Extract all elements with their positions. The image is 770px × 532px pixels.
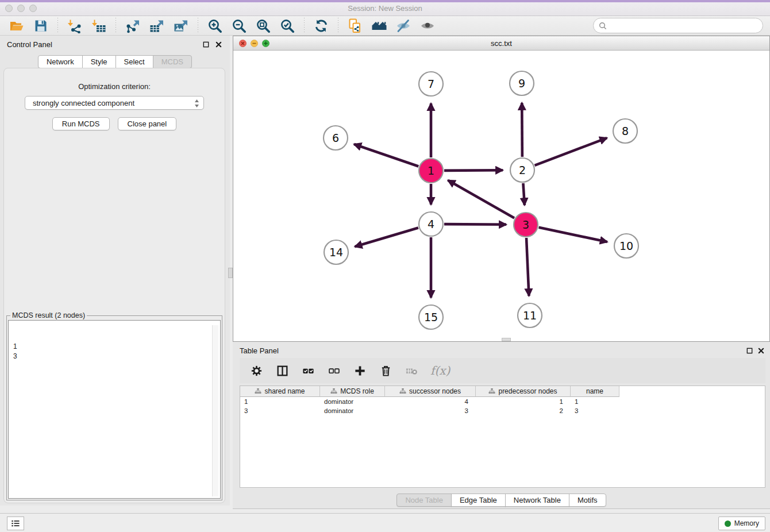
table-row[interactable]: 3dominator323 [240,406,765,415]
float-table-panel-icon[interactable] [745,346,754,355]
search-input[interactable] [607,21,763,30]
edge-1-2[interactable] [444,170,503,171]
close-table-panel-icon[interactable] [757,346,765,355]
delete-column-icon[interactable] [379,364,392,377]
table-header-filler [619,386,765,397]
cell-name[interactable]: 3 [571,406,619,415]
node-14[interactable]: 14 [324,240,348,264]
column-header-MCDS-role[interactable]: MCDS role [320,386,385,397]
node-1[interactable]: 1 [419,159,443,183]
cell-MCDS-role[interactable]: dominator [320,406,385,415]
node-3[interactable]: 3 [514,213,538,237]
node-15[interactable]: 15 [419,305,443,329]
network-view-window: scc.txt 1234678910111415 [233,36,770,342]
table-tab-edge-table[interactable]: Edge Table [451,494,506,507]
column-header-successor-nodes[interactable]: successor nodes [385,386,476,397]
edge-2-3[interactable] [523,183,524,205]
mcds-result-node: 3 [13,352,220,361]
node-9[interactable]: 9 [510,71,534,95]
edge-3-1[interactable] [448,180,514,218]
show-all-icon[interactable] [419,17,436,34]
criterion-select[interactable]: strongly connected component [25,96,204,110]
node-11[interactable]: 11 [518,303,542,327]
node-8[interactable]: 8 [613,119,637,143]
close-panel-button[interactable]: Close panel [118,117,177,130]
network-title: scc.txt [233,39,769,48]
function-builder-icon[interactable]: f(x) [430,364,450,377]
select-all-columns-icon[interactable] [301,364,315,377]
save-session-icon[interactable] [32,17,49,34]
refresh-layout-icon[interactable] [313,17,330,34]
titlebar-accent [0,0,770,2]
cell-MCDS-role[interactable]: dominator [320,397,385,406]
export-network-icon[interactable] [124,17,141,34]
run-mcds-button[interactable]: Run MCDS [52,117,110,130]
cell-shared-name[interactable]: 3 [240,406,320,415]
close-panel-icon[interactable] [214,40,223,49]
hide-selected-icon[interactable] [395,17,412,34]
cell-shared-name[interactable]: 1 [240,397,320,406]
column-header-name[interactable]: name [571,386,619,397]
column-header-shared-name[interactable]: shared name [240,386,320,397]
memory-button[interactable]: Memory [718,516,765,530]
edge-3-10[interactable] [539,228,607,242]
node-4[interactable]: 4 [419,212,443,236]
first-neighbors-icon[interactable] [371,17,388,34]
node-6[interactable]: 6 [324,126,348,150]
cell-successor-nodes[interactable]: 4 [385,397,476,406]
criterion-selected-value: strongly connected component [33,99,134,107]
edge-4-3[interactable] [444,224,506,225]
network-window-titlebar[interactable]: scc.txt [233,36,769,51]
gear-icon[interactable] [249,364,263,377]
add-column-icon[interactable] [353,364,367,377]
mcds-result-list: 13 [8,320,221,499]
tab-select[interactable]: Select [116,55,153,68]
task-history-button[interactable] [7,516,24,530]
column-header-predecessor-nodes[interactable]: predecessor nodes [476,386,571,397]
split-columns-icon[interactable] [275,364,289,377]
mcds-result-fieldset: MCDS result (2 nodes) 13 [6,315,222,500]
edge-1-6[interactable] [354,144,418,166]
import-table-icon[interactable] [90,17,107,34]
table-tab-motifs[interactable]: Motifs [569,494,606,507]
node-10[interactable]: 10 [614,234,638,258]
tab-style[interactable]: Style [82,55,116,68]
cell-name[interactable]: 1 [571,397,619,406]
table-toolbar: f(x) [240,358,765,383]
zoom-fit-icon[interactable] [255,17,272,34]
table-tab-network-table[interactable]: Network Table [505,494,569,507]
memory-status-icon [725,521,731,527]
import-network-icon[interactable] [66,17,83,34]
zoom-selected-icon[interactable] [279,17,296,34]
edge-4-14[interactable] [355,228,418,247]
open-session-icon[interactable] [8,17,25,34]
export-image-icon[interactable] [172,17,190,34]
edge-2-8[interactable] [535,138,607,165]
main-toolbar [0,16,770,36]
svg-text:6: 6 [332,132,339,144]
cell-predecessor-nodes[interactable]: 1 [476,397,571,406]
panel-divider-handle[interactable] [228,268,233,278]
edge-3-11[interactable] [526,238,529,296]
cell-successor-nodes[interactable]: 3 [385,406,476,415]
node-2[interactable]: 2 [510,158,534,182]
zoom-out-icon[interactable] [230,17,248,34]
node-7[interactable]: 7 [419,72,443,96]
cell-predecessor-nodes[interactable]: 2 [476,406,571,415]
canvas-scroll-handle[interactable] [502,338,511,341]
tab-network[interactable]: Network [38,55,83,68]
edge-2-9[interactable] [522,103,522,157]
table-panel: Table Panel f(x) shared nameMCDS rolesuc… [233,342,770,509]
delete-table-icon[interactable] [405,364,418,377]
new-network-from-selection-icon[interactable] [346,17,364,34]
network-canvas[interactable]: 1234678910111415 [233,51,769,341]
float-panel-icon[interactable] [202,40,210,49]
export-table-icon[interactable] [148,17,165,34]
mcds-panel: Optimization criterion: strongly connect… [3,68,225,503]
zoom-in-icon[interactable] [206,17,224,34]
table-row[interactable]: 1dominator411 [240,397,765,406]
unselect-all-columns-icon[interactable] [327,364,341,377]
tab-mcds[interactable]: MCDS [153,55,192,68]
table-tab-node-table[interactable]: Node Table [396,494,452,507]
result-scrollbar[interactable] [212,325,218,496]
